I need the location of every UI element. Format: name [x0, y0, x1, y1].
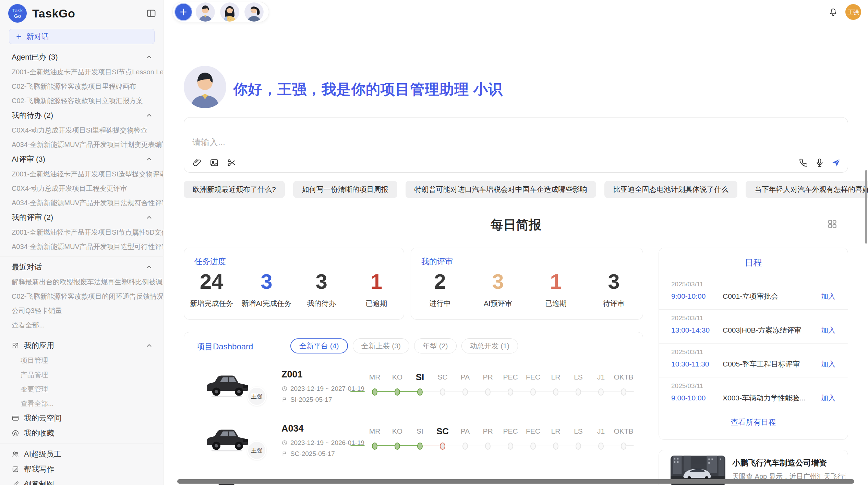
image-icon[interactable]	[209, 158, 219, 167]
app-sub-item[interactable]: 变更管理	[0, 382, 163, 396]
milestone-node: KO	[386, 373, 409, 400]
news-title: 小鹏飞行汽车制造公司增资	[732, 458, 842, 468]
sidebar-item[interactable]: Z001-全新燃油轻卡产品开发项目SI造型提交物评审	[0, 167, 163, 181]
project-row[interactable]: 王强Z0012023-12-19 ~ 2027-01-19SI-2025-05-…	[184, 367, 643, 421]
sidebar-link-ai-staff[interactable]: AI超级员工	[0, 447, 163, 462]
app-sub-item[interactable]: 项目管理	[0, 353, 163, 368]
timeline-stub	[350, 391, 365, 392]
chevron-up-icon[interactable]	[145, 53, 153, 61]
join-meeting-link[interactable]: 加入	[821, 291, 835, 301]
sidebar-item[interactable]: A034-全新新能源MUV产品开发项目法规符合性评审	[0, 196, 163, 210]
avatar-woman-long-hair[interactable]	[220, 2, 239, 22]
milestone-label: FEC	[522, 373, 544, 382]
dashboard-tab[interactable]: 全新上装 (3)	[353, 338, 410, 353]
section-label: AI评审 (3)	[12, 154, 45, 164]
attachment-icon[interactable]	[192, 158, 202, 167]
horizontal-scrollbar[interactable]	[177, 479, 854, 484]
stat: 2进行中	[411, 269, 469, 308]
sidebar-link-writing[interactable]: 帮我写作	[0, 462, 163, 477]
chevron-up-icon[interactable]	[145, 214, 153, 221]
avatar-woman-ponytail[interactable]	[244, 2, 264, 22]
milestone-label: KO	[386, 373, 409, 382]
timeline-segment	[601, 446, 624, 446]
timeline-segment	[375, 391, 397, 392]
favorites-icon	[12, 430, 19, 437]
chevron-up-icon[interactable]	[145, 156, 153, 163]
milestone-node: LR	[544, 373, 567, 400]
divider	[0, 335, 163, 335]
stat-label: 待评审	[585, 299, 643, 308]
recent-conversation-item[interactable]: 查看全部...	[0, 318, 163, 332]
sidebar-item[interactable]: C0X4-动力总成开发项目SI里程碑提交物检查	[0, 123, 163, 137]
chat-input[interactable]	[192, 137, 672, 147]
project-vehicle-image	[205, 422, 251, 455]
app-sub-item[interactable]: 产品管理	[0, 368, 163, 382]
recent-conversation-item[interactable]: C02-飞腾新能源轻客改款项目的闭环通告反馈情况	[0, 289, 163, 303]
microphone-icon[interactable]	[815, 158, 824, 167]
scissors-icon[interactable]	[227, 158, 236, 167]
sidebar-item[interactable]: Z001-全新燃油轻卡产品开发项目SI节点属性5D文件评审	[0, 225, 163, 239]
briefing-title: 每日简报	[184, 216, 848, 234]
sidebar-item[interactable]: A034-全新新能源MUV产品开发项目计划变更表编写	[0, 137, 163, 152]
sidebar-link-favorites[interactable]: 我的收藏	[0, 426, 163, 441]
sidebar-link-drawing[interactable]: 创意制图	[0, 477, 163, 485]
stat: 24新增完成任务	[184, 269, 239, 308]
sidebar-item[interactable]: C0X4-动力总成开发项目工程变更评审	[0, 181, 163, 196]
dashboard-tab[interactable]: 全新平台 (4)	[290, 338, 348, 353]
sidebar-item[interactable]: C02-飞腾新能源轻客改款项目里程碑画布	[0, 79, 163, 94]
add-agent-button[interactable]	[174, 3, 192, 21]
sidebar-section-title: Agent已办 (3)	[0, 50, 163, 65]
milestone-dot	[576, 443, 581, 450]
writing-icon	[12, 465, 19, 473]
milestone-node: FEC	[522, 373, 544, 400]
vertical-scrollbar[interactable]	[865, 170, 867, 244]
schedule-row: 9:00-10:00X003-车辆动力学性能验...加入	[671, 393, 835, 403]
new-chat-button[interactable]: 新对话	[9, 29, 155, 44]
milestone-dot	[508, 443, 513, 450]
recent-conversation-item[interactable]: 公司Q3轻卡销量	[0, 303, 163, 318]
suggestion-chip[interactable]: 欧洲新规最近颁布了什么?	[184, 181, 285, 198]
join-meeting-link[interactable]: 加入	[821, 359, 835, 369]
dashboard-tab[interactable]: 年型 (2)	[414, 338, 457, 353]
my-apps-label: 我的应用	[24, 340, 54, 351]
send-icon[interactable]	[831, 158, 841, 167]
milestone-label: PEC	[499, 427, 522, 436]
milestone-dot	[508, 388, 513, 396]
dashboard-tab[interactable]: 动总开发 (1)	[461, 338, 518, 353]
sidebar-item[interactable]: A034-全新新能源MUV产品开发项目造型可行性评审	[0, 239, 163, 254]
suggestion-chip[interactable]: 如何写一份清晰的项目周报	[293, 181, 397, 198]
notification-bell-icon[interactable]	[829, 8, 838, 17]
avatar-man[interactable]	[196, 2, 215, 22]
stat-card-title: 任务进度	[194, 256, 226, 267]
sidebar-collapse-icon[interactable]	[146, 8, 156, 18]
project-row[interactable]: 王强A0342023-12-19 ~ 2026-01-19SC-2025-05-…	[184, 421, 643, 475]
flag-icon	[281, 451, 288, 457]
chevron-up-icon[interactable]	[145, 263, 153, 271]
layout-grid-icon[interactable]	[827, 219, 838, 229]
chevron-up-icon[interactable]	[145, 112, 153, 119]
sidebar-link-cloud-space[interactable]: 我的云空间	[0, 411, 163, 426]
milestone-label: MR	[363, 373, 386, 382]
view-all-schedule-link[interactable]: 查看所有日程	[659, 417, 848, 427]
sidebar-item[interactable]: Z001-全新燃油皮卡产品开发项目SI节点Lesson Learn报告	[0, 65, 163, 79]
suggestion-chip[interactable]: 比亚迪全固态电池计划具体说了什么	[604, 181, 737, 198]
join-meeting-link[interactable]: 加入	[821, 393, 835, 403]
suggestion-chip[interactable]: 特朗普可能对进口汽车增税会对中国车企造成哪些影响	[406, 181, 596, 198]
suggestion-chips: 欧洲新规最近颁布了什么?如何写一份清晰的项目周报特朗普可能对进口汽车增税会对中国…	[184, 181, 849, 198]
milestone-dot	[598, 443, 604, 450]
user-avatar[interactable]: 王强	[845, 4, 861, 20]
milestone-dot	[395, 388, 400, 396]
my-apps-header[interactable]: 我的应用	[0, 338, 163, 353]
milestone-label: KO	[386, 427, 409, 436]
phone-call-icon[interactable]	[798, 158, 808, 167]
recent-conversation-item[interactable]: 解释最新出台的欧盟报废车法规再生塑料比例被调至15%...	[0, 275, 163, 289]
sidebar-item[interactable]: C02-飞腾新能源轻客改款项目立项汇报方案	[0, 94, 163, 108]
new-chat-label: 新对话	[26, 32, 49, 42]
schedule-time: 9:00-10:00	[671, 394, 723, 402]
schedule-item: 2025/03/119:00-10:00X003-车辆动力学性能验...加入	[659, 377, 848, 411]
join-meeting-link[interactable]: 加入	[821, 325, 835, 335]
chevron-up-icon[interactable]	[145, 342, 153, 349]
suggestion-chip[interactable]: 当下年轻人对汽车外观有怎样的喜好趋势	[746, 181, 868, 198]
link-label: 创意制图	[24, 479, 54, 485]
app-sub-item[interactable]: 查看全部...	[0, 396, 163, 411]
